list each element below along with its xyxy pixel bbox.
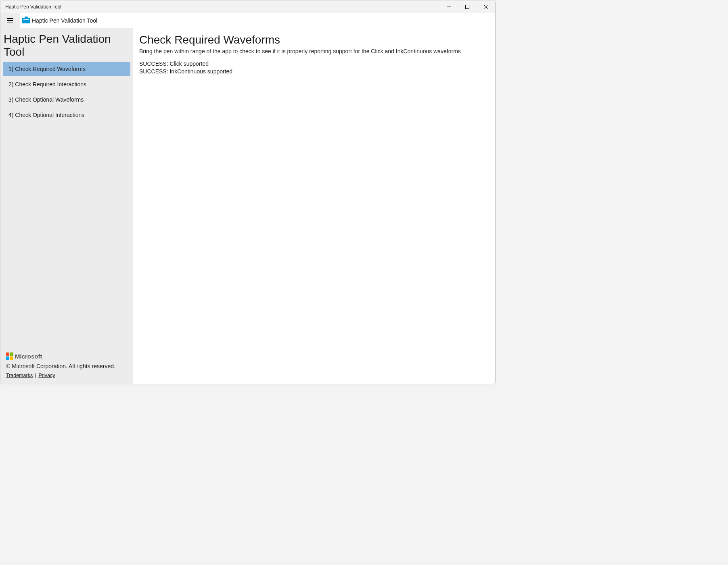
window-controls [439,0,495,13]
copyright-text: © Microsoft Corporation. All rights rese… [6,363,127,369]
page-description: Bring the pen within range of the app to… [139,48,489,54]
sidebar: Haptic Pen Validation Tool 1) Check Requ… [0,28,133,384]
close-button[interactable] [477,0,495,13]
trademarks-link[interactable]: Trademarks [6,373,33,378]
microsoft-brand-row: Microsoft [6,352,127,360]
sidebar-footer: Microsoft © Microsoft Corporation. All r… [0,348,133,384]
microsoft-logo-icon [6,352,13,360]
nav-item-required-waveforms[interactable]: 1) Check Required Waveforms [3,62,130,76]
window-titlebar: Haptic Pen Validation Tool [0,0,495,13]
app-header: Haptic Pen Validation Tool [0,13,495,28]
hamburger-icon [7,18,13,23]
result-line: SUCCESS: InkContinuous supported [139,68,489,75]
nav-item-required-interactions[interactable]: 2) Check Required Interactions [3,77,130,92]
minimize-button[interactable] [439,0,458,13]
microsoft-brand-text: Microsoft [15,353,42,360]
minimize-icon [447,5,451,9]
maximize-button[interactable] [458,0,477,13]
privacy-link[interactable]: Privacy [38,373,55,378]
nav-item-optional-interactions[interactable]: 4) Check Optional Interactions [3,108,130,122]
main-content: Check Required Waveforms Bring the pen w… [133,28,495,384]
nav-item-optional-waveforms[interactable]: 3) Check Optional Waveforms [3,92,130,107]
footer-links: Trademarks | Privacy [6,373,127,378]
toolbox-icon [22,18,30,23]
page-title: Check Required Waveforms [139,33,489,46]
footer-link-separator: | [35,373,36,378]
svg-rect-1 [466,5,469,9]
close-icon [484,5,488,9]
nav-list: 1) Check Required Waveforms 2) Check Req… [0,62,133,123]
result-line: SUCCESS: Click supported [139,60,489,68]
app-header-title: Haptic Pen Validation Tool [32,17,97,24]
sidebar-heading: Haptic Pen Validation Tool [0,28,133,62]
window-title: Haptic Pen Validation Tool [5,4,439,10]
hamburger-menu-button[interactable] [0,13,20,28]
maximize-icon [465,5,469,9]
